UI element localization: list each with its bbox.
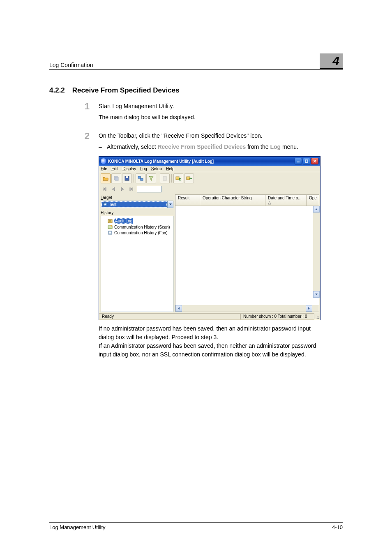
svg-rect-7 xyxy=(126,176,128,178)
save-button[interactable] xyxy=(122,173,132,183)
scroll-left-button[interactable] xyxy=(175,305,182,312)
titlebar: KONICA MINOLTA Log Management Utility [A… xyxy=(99,157,320,166)
sort-indicator-icon: △ xyxy=(268,200,271,205)
page-footer: Log Management Utility 4-10 xyxy=(49,522,343,530)
step-1-line-1: Start Log Management Utility. xyxy=(99,102,343,111)
app-window: KONICA MINOLTA Log Management Utility [A… xyxy=(99,156,321,320)
dropdown-arrow-icon[interactable] xyxy=(167,201,173,208)
step-1: 1 Start Log Management Utility. The main… xyxy=(49,102,343,124)
section-title: Receive From Specified Devices xyxy=(72,86,180,95)
svg-point-14 xyxy=(104,204,106,205)
page-input[interactable] xyxy=(137,186,161,192)
delete-button[interactable] xyxy=(160,173,170,183)
open-file-button[interactable] xyxy=(101,173,111,183)
ui-ref-receive: Receive From Specified Devices xyxy=(157,143,246,150)
prev-page-button[interactable] xyxy=(110,186,117,192)
section-heading: 4.2.2 Receive From Specified Devices xyxy=(49,86,343,95)
chapter-badge: 4 xyxy=(320,53,343,68)
history-label: History xyxy=(101,210,173,215)
fax-history-icon xyxy=(108,230,113,235)
scroll-right-button[interactable] xyxy=(306,305,312,312)
scroll-corner xyxy=(312,305,319,312)
col-operation[interactable]: Operation Character String xyxy=(200,195,265,206)
step-2: 2 On the Toolbar, click the "Receive Fro… xyxy=(49,132,343,154)
toolbar-separator xyxy=(134,174,134,183)
resize-grip[interactable] xyxy=(314,313,320,320)
target-value: Test xyxy=(109,202,116,207)
window-title: KONICA MINOLTA Log Management Utility [A… xyxy=(108,159,214,164)
col-result[interactable]: Result xyxy=(175,195,200,206)
device-icon xyxy=(103,202,108,207)
close-button[interactable] xyxy=(311,158,318,164)
last-page-button[interactable] xyxy=(128,186,135,192)
menu-display[interactable]: Display xyxy=(122,166,136,171)
horizontal-scrollbar[interactable] xyxy=(175,305,319,312)
tree-item-audit-log[interactable]: Audit Log xyxy=(103,218,171,224)
navbar xyxy=(99,185,320,194)
running-head: Log Confirmation xyxy=(49,62,93,68)
svg-rect-8 xyxy=(138,176,141,178)
col-ope[interactable]: Ope xyxy=(307,195,319,206)
tree-item-scan-history[interactable]: Communication History (Scan) xyxy=(103,224,171,230)
post-screenshot-paragraph: If no administrator password has been sa… xyxy=(99,324,321,359)
menu-help[interactable]: Help xyxy=(166,166,175,171)
menu-edit[interactable]: Edit xyxy=(111,166,118,171)
menu-file[interactable]: File xyxy=(101,166,107,171)
svg-rect-12 xyxy=(187,177,190,180)
first-page-button[interactable] xyxy=(101,186,108,192)
right-pane: Result Operation Character String Date a… xyxy=(175,194,319,312)
step-2-bullet: Alternatively, select Receive From Speci… xyxy=(99,143,343,151)
page-header: Log Confirmation xyxy=(49,62,343,70)
col-datetime[interactable]: Date and Time o... △ xyxy=(265,195,307,206)
receive-specified-button[interactable] xyxy=(184,173,194,183)
toolbar xyxy=(99,172,320,185)
toolbar-separator-2 xyxy=(158,174,158,183)
svg-rect-5 xyxy=(115,177,118,180)
receive-all-button[interactable] xyxy=(173,173,183,183)
left-pane: Target Test History Audit Log xyxy=(99,194,175,313)
step-1-line-2: The main dialog box will be displayed. xyxy=(99,113,343,122)
chapter-number: 4 xyxy=(332,54,339,67)
minimize-button[interactable] xyxy=(295,158,302,164)
scan-history-icon xyxy=(108,224,113,229)
svg-point-19 xyxy=(111,225,112,227)
target-select[interactable]: Test xyxy=(101,201,173,208)
menu-setup[interactable]: Setup xyxy=(151,166,162,171)
maximize-button[interactable] xyxy=(303,158,310,164)
footer-right: 4-10 xyxy=(332,524,343,530)
grid-body xyxy=(175,206,319,305)
step-2-number: 2 xyxy=(70,132,99,154)
filter-button[interactable] xyxy=(146,173,156,183)
svg-rect-1 xyxy=(305,160,308,162)
statusbar: Ready Number shown : 0 Total number : 0 xyxy=(99,313,320,320)
save-all-button[interactable] xyxy=(111,173,121,183)
scroll-down-button[interactable] xyxy=(313,291,320,298)
toolbar-separator-3 xyxy=(171,174,172,183)
footer-left: Log Management Utility xyxy=(49,524,106,530)
tree-item-fax-history[interactable]: Communication History (Fax) xyxy=(103,230,171,236)
menu-log[interactable]: Log xyxy=(140,166,147,171)
device-list-button[interactable] xyxy=(136,173,145,183)
svg-rect-9 xyxy=(141,178,143,180)
section-number: 4.2.2 xyxy=(49,86,65,95)
audit-log-icon xyxy=(108,219,113,224)
history-tree[interactable]: Audit Log Communication History (Scan) C… xyxy=(101,216,173,312)
svg-rect-11 xyxy=(176,177,179,180)
status-counts: Number shown : 0 Total number : 0 xyxy=(240,313,314,320)
step-1-number: 1 xyxy=(70,102,99,124)
next-page-button[interactable] xyxy=(119,186,126,192)
svg-rect-10 xyxy=(163,176,166,180)
svg-rect-21 xyxy=(109,232,111,233)
status-ready: Ready xyxy=(99,313,240,320)
app-icon xyxy=(101,158,106,164)
vertical-scrollbar[interactable] xyxy=(313,206,320,298)
ui-ref-log-menu: Log xyxy=(270,143,281,150)
menubar: File Edit Display Log Setup Help xyxy=(99,166,320,172)
step-2-line-1: On the Toolbar, click the "Receive From … xyxy=(99,132,343,140)
target-label: Target xyxy=(101,195,173,200)
grid-header: Result Operation Character String Date a… xyxy=(175,195,319,206)
scroll-up-button[interactable] xyxy=(313,206,320,213)
